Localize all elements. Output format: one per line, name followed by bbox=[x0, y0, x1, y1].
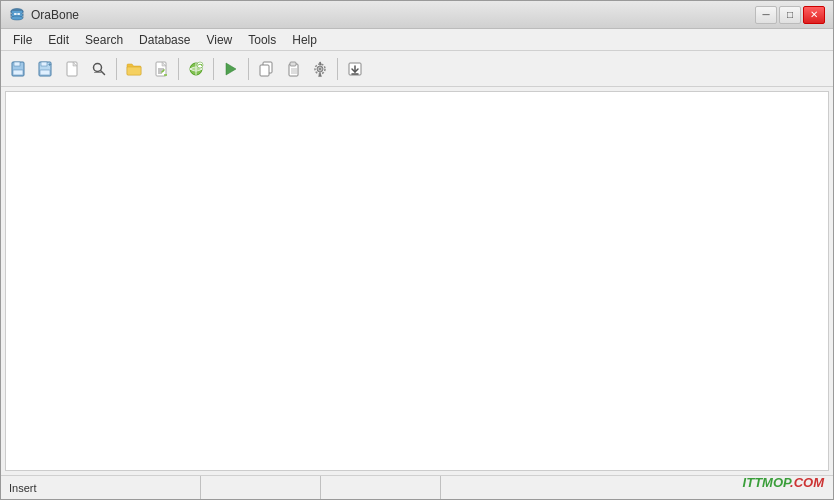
status-bar: Insert bbox=[1, 475, 833, 499]
toolbar-sep-5 bbox=[337, 58, 338, 80]
run-button[interactable] bbox=[218, 56, 244, 82]
open-folder-button[interactable] bbox=[121, 56, 147, 82]
status-insert: Insert bbox=[1, 476, 201, 499]
title-bar-buttons: ─ □ ✕ bbox=[755, 6, 825, 24]
title-bar-left: OraBone bbox=[9, 7, 79, 23]
svg-rect-29 bbox=[260, 65, 269, 76]
svg-rect-6 bbox=[14, 62, 20, 66]
svg-point-1 bbox=[11, 16, 23, 20]
save-button[interactable] bbox=[5, 56, 31, 82]
save-as-button[interactable]: + bbox=[32, 56, 58, 82]
minimize-button[interactable]: ─ bbox=[755, 6, 777, 24]
window-title: OraBone bbox=[31, 8, 79, 22]
settings-button[interactable] bbox=[307, 56, 333, 82]
svg-line-25 bbox=[201, 64, 202, 65]
insert-label: Insert bbox=[9, 482, 37, 494]
svg-text:+: + bbox=[48, 61, 52, 67]
maximize-button[interactable]: □ bbox=[779, 6, 801, 24]
export-button[interactable] bbox=[342, 56, 368, 82]
copy-button[interactable] bbox=[253, 56, 279, 82]
menu-view[interactable]: View bbox=[198, 31, 240, 49]
paste-button[interactable] bbox=[280, 56, 306, 82]
main-content-area bbox=[5, 91, 829, 471]
menu-database[interactable]: Database bbox=[131, 31, 198, 49]
connect-button[interactable] bbox=[183, 56, 209, 82]
svg-point-38 bbox=[319, 67, 321, 69]
toolbar-sep-4 bbox=[248, 58, 249, 80]
svg-rect-31 bbox=[290, 62, 296, 66]
svg-rect-12 bbox=[67, 62, 77, 76]
new-button[interactable] bbox=[59, 56, 85, 82]
title-bar: OraBone ─ □ ✕ bbox=[1, 1, 833, 29]
app-icon bbox=[9, 7, 25, 23]
main-window: OraBone ─ □ ✕ File Edit Search Database … bbox=[0, 0, 834, 500]
status-panel-3 bbox=[321, 476, 441, 499]
toolbar-sep-2 bbox=[178, 58, 179, 80]
status-panel-2 bbox=[201, 476, 321, 499]
watermark-tmop: TMOP bbox=[754, 475, 790, 490]
toolbar-sep-3 bbox=[213, 58, 214, 80]
svg-rect-4 bbox=[15, 13, 19, 14]
menu-search[interactable]: Search bbox=[77, 31, 131, 49]
svg-rect-7 bbox=[13, 70, 23, 75]
menu-help[interactable]: Help bbox=[284, 31, 325, 49]
svg-rect-10 bbox=[40, 70, 50, 75]
menu-edit[interactable]: Edit bbox=[40, 31, 77, 49]
find-button[interactable] bbox=[86, 56, 112, 82]
menu-bar: File Edit Search Database View Tools Hel… bbox=[1, 29, 833, 51]
toolbar-sep-1 bbox=[116, 58, 117, 80]
close-button[interactable]: ✕ bbox=[803, 6, 825, 24]
watermark-it: IT bbox=[743, 475, 755, 490]
menu-tools[interactable]: Tools bbox=[240, 31, 284, 49]
menu-file[interactable]: File bbox=[5, 31, 40, 49]
svg-rect-15 bbox=[94, 72, 102, 73]
svg-marker-27 bbox=[226, 63, 236, 75]
watermark-com: .COM bbox=[790, 475, 824, 490]
toolbar: + bbox=[1, 51, 833, 87]
svg-line-26 bbox=[202, 65, 203, 66]
open-file-button[interactable] bbox=[148, 56, 174, 82]
svg-rect-9 bbox=[41, 62, 47, 66]
